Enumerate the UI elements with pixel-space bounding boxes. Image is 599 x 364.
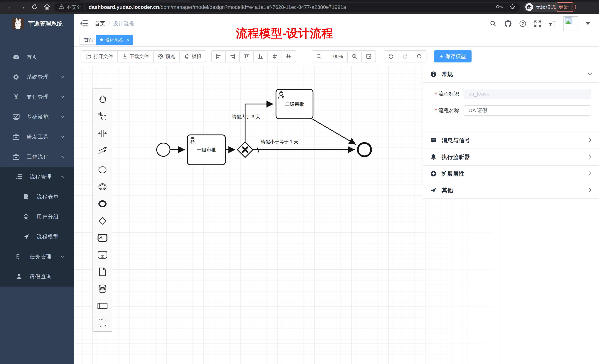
sidebar-item-workflow[interactable]: 工作流程	[0, 147, 74, 167]
sidebar-item-home[interactable]: 首页	[0, 47, 74, 67]
forward-icon[interactable]: →	[19, 4, 26, 10]
zoom-level[interactable]: 100%	[326, 50, 348, 62]
sidebar-item-task-mgmt[interactable]: 任务管理	[0, 247, 74, 267]
send-icon	[22, 234, 30, 240]
github-icon[interactable]	[504, 20, 512, 27]
align-vcenter-button[interactable]	[268, 50, 282, 62]
section-execution-listener[interactable]: 执行监听器	[423, 149, 599, 166]
section-other[interactable]: 其他	[423, 182, 599, 199]
task-second-approve[interactable]: 二级审批	[276, 89, 313, 119]
avatar[interactable]	[564, 16, 578, 31]
save-model-button[interactable]: + 保存模型	[434, 50, 472, 62]
exclusive-gateway[interactable]	[237, 142, 253, 157]
workflow-submenu: 流程管理 流程表单 用户分组	[0, 167, 74, 287]
breadcrumb-separator: /	[108, 21, 110, 27]
toolbox-icon	[12, 134, 20, 140]
process-name-label: 流程名称	[438, 107, 459, 114]
tab-design-process[interactable]: 设计流程 ×	[96, 35, 133, 45]
process-key-input[interactable]	[464, 89, 591, 99]
security-label[interactable]: 不安全	[66, 4, 81, 10]
back-icon[interactable]: ←	[7, 4, 14, 10]
required-mark: *	[435, 91, 437, 97]
sidebar-item-payment[interactable]: ¥ 支付管理	[0, 87, 74, 107]
zoom-in-icon	[352, 54, 357, 59]
download-file-button[interactable]: 下载文件	[118, 50, 154, 62]
flow-label-gt3[interactable]: 请假大于 3 天	[232, 114, 260, 119]
sidebar-item-leave-query[interactable]: 请假查询	[0, 267, 74, 287]
start-event[interactable]	[157, 143, 170, 156]
bookmark-star-icon[interactable]	[510, 4, 515, 10]
chevron-up-icon	[60, 155, 64, 159]
sidebar-item-system[interactable]: 系统管理	[0, 67, 74, 87]
font-size-icon[interactable]	[549, 20, 556, 27]
chevron-down-icon	[60, 135, 64, 139]
align-hcenter-button[interactable]	[282, 50, 296, 62]
task-first-approve[interactable]: 一级审批	[187, 135, 225, 165]
align-right-button[interactable]	[226, 50, 240, 62]
person-icon	[15, 274, 23, 279]
update-label[interactable]: 更新	[558, 3, 569, 10]
help-icon[interactable]: ?	[519, 20, 527, 27]
align-top-button[interactable]	[240, 50, 254, 62]
tab-close-icon[interactable]: ×	[126, 37, 129, 42]
sidebar-item-label: 支付管理	[27, 93, 49, 101]
redo-button[interactable]	[398, 50, 412, 62]
browser-active-tab[interactable]	[79, 0, 191, 2]
bpmn-toolbar: 打开文件 下载文件 预览 模拟	[74, 47, 599, 66]
sidebar-item-devtools[interactable]: 研发工具	[0, 127, 74, 147]
open-file-button[interactable]: 打开文件	[81, 50, 118, 62]
incognito-label: 无痕模式	[536, 4, 556, 10]
end-event[interactable]	[358, 143, 371, 156]
sidebar-item-label: 工作流程	[27, 153, 49, 160]
document-edit-icon	[22, 194, 30, 200]
monitor-icon	[12, 114, 20, 120]
simulate-button[interactable]: 模拟	[180, 50, 206, 62]
sidebar-item-process-model[interactable]: 流程模型	[0, 227, 74, 247]
zoom-out-button[interactable]	[312, 50, 326, 62]
sidebar-item-infra[interactable]: 基础设施	[0, 107, 74, 127]
folder-icon	[86, 54, 91, 59]
align-left-button[interactable]	[211, 50, 226, 62]
browser-menu-icon[interactable]	[572, 4, 573, 10]
align-vcenter-icon	[272, 54, 277, 59]
align-top-icon	[244, 54, 249, 59]
app-logo-row[interactable]: 芋道管理系统	[0, 14, 74, 33]
sidebar-item-process-mgmt[interactable]: 流程管理	[0, 167, 74, 187]
preview-icon	[158, 54, 163, 59]
home-icon[interactable]	[44, 4, 50, 11]
flow-gateway-to-task2[interactable]	[245, 104, 273, 142]
update-button[interactable]: 更新	[554, 2, 576, 12]
section-message-signal[interactable]: 消息与信号	[423, 132, 599, 149]
flow-label-le1[interactable]: 请假小于等于 1 天	[261, 139, 298, 144]
process-name-input[interactable]	[464, 105, 591, 116]
browser-chrome: ← → 不安全 dashboard.yudao.iocoder.cn /bpm/…	[0, 0, 599, 14]
chevron-right-icon	[588, 138, 592, 143]
reload-icon[interactable]	[31, 4, 38, 11]
chevron-down-icon	[60, 255, 64, 259]
sidebar-item-process-form[interactable]: 流程表单	[0, 187, 74, 207]
search-icon[interactable]	[490, 20, 497, 27]
chevron-right-icon	[588, 154, 592, 160]
sidebar-collapse-icon[interactable]	[80, 20, 88, 27]
sidebar-item-label: 任务管理	[30, 253, 52, 260]
zoom-in-button[interactable]	[348, 50, 362, 62]
section-extension-props[interactable]: 扩展属性	[423, 166, 599, 182]
password-key-icon[interactable]	[496, 5, 503, 10]
breadcrumb-home[interactable]: 首页	[95, 20, 105, 27]
sidebar-item-user-group[interactable]: 用户分组	[0, 207, 74, 227]
preview-button[interactable]: 预览	[154, 50, 180, 62]
sidebar: 芋道管理系统 首页 系统管理 ¥ 支付管理	[0, 14, 74, 364]
fullscreen-icon[interactable]	[534, 20, 541, 27]
flow-task2-to-end[interactable]	[313, 119, 356, 144]
tab-home[interactable]: 首页	[79, 35, 98, 45]
url-bar[interactable]: 不安全 dashboard.yudao.iocoder.cn /bpm/mana…	[54, 3, 520, 12]
undo-button[interactable]	[384, 50, 398, 62]
align-bottom-button[interactable]	[254, 50, 268, 62]
sidebar-item-label: 系统管理	[27, 74, 49, 81]
security-warning-icon[interactable]	[59, 4, 64, 10]
fit-viewport-button[interactable]	[362, 50, 376, 62]
avatar-caret-icon[interactable]	[586, 22, 590, 25]
restart-button[interactable]	[412, 50, 426, 62]
section-general[interactable]: 常规	[423, 66, 599, 83]
robot-face-icon	[22, 214, 30, 220]
